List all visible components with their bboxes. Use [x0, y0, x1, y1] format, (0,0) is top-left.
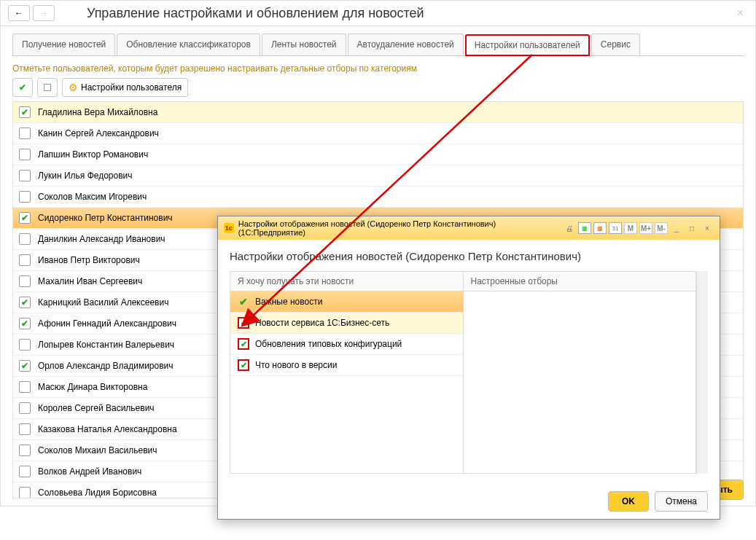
- user-checkbox[interactable]: [19, 402, 31, 414]
- print-icon[interactable]: 🖨: [563, 222, 576, 234]
- check-all-button[interactable]: ✔: [12, 78, 33, 97]
- m-minus-button[interactable]: M-: [655, 222, 668, 234]
- user-name: Афонин Геннадий Александрович: [38, 318, 176, 329]
- cancel-button[interactable]: Отмена: [655, 491, 708, 512]
- checkbox-icon[interactable]: [238, 317, 249, 329]
- gear-icon: ⚙: [69, 82, 78, 93]
- user-checkbox[interactable]: [19, 254, 31, 266]
- dialog-close-icon[interactable]: ×: [701, 222, 714, 234]
- user-checkbox[interactable]: [19, 212, 31, 224]
- tab-service[interactable]: Сервис: [591, 34, 640, 55]
- news-row[interactable]: ✔Важные новости: [230, 291, 463, 313]
- user-checkbox[interactable]: [19, 381, 31, 393]
- news-label: Обновления типовых конфигураций: [255, 339, 402, 349]
- nav-forward-button[interactable]: →: [33, 5, 55, 21]
- user-settings-label: Настройки пользователя: [81, 82, 182, 93]
- user-row[interactable]: Соколов Максим Игоревич: [13, 187, 743, 208]
- user-name: Данилкин Александр Иванович: [38, 234, 165, 244]
- window-title: Управление настройками и обновлением для…: [87, 6, 424, 21]
- user-name: Иванов Петр Викторович: [38, 255, 140, 265]
- news-label: Важные новости: [255, 297, 322, 307]
- news-label: Новости сервиса 1С:Бизнес-сеть: [255, 318, 389, 328]
- user-name: Соловьева Лидия Борисовна: [38, 488, 157, 498]
- uncheck-all-button[interactable]: [37, 78, 58, 97]
- user-name: Масюк Динара Викторовна: [38, 382, 147, 392]
- user-checkbox[interactable]: [19, 360, 31, 372]
- user-checkbox[interactable]: [19, 297, 31, 308]
- user-checkbox[interactable]: [19, 466, 31, 477]
- tab-news-feeds[interactable]: Ленты новостей: [262, 34, 346, 55]
- news-row[interactable]: Обновления типовых конфигураций: [230, 334, 463, 355]
- user-name: Сидоренко Петр Константинович: [38, 213, 173, 223]
- ok-button[interactable]: OK: [608, 491, 649, 512]
- user-name: Лукин Илья Федорович: [38, 171, 133, 181]
- user-checkbox[interactable]: [19, 445, 31, 456]
- user-checkbox[interactable]: [19, 423, 31, 435]
- tab-update-classifiers[interactable]: Обновление классификаторов: [117, 34, 260, 55]
- dialog-heading: Настройки отображения новостей (Сидоренк…: [230, 250, 708, 262]
- user-row[interactable]: Гладилина Вера Михайловна: [13, 102, 743, 123]
- user-checkbox[interactable]: [19, 318, 31, 329]
- checkbox-icon[interactable]: [238, 338, 249, 350]
- user-name: Лопырев Константин Валерьевич: [38, 340, 174, 350]
- dialog-titlebar[interactable]: 1c Настройки отображения новостей (Сидор…: [218, 216, 720, 240]
- user-name: Соколов Максим Игоревич: [38, 192, 147, 202]
- user-checkbox[interactable]: [19, 149, 31, 160]
- dialog-scrollbar[interactable]: [696, 271, 708, 474]
- dialog-column-1: Я хочу получать эти новости: [230, 272, 463, 291]
- tab-auto-delete[interactable]: Автоудаление новостей: [348, 34, 464, 55]
- user-name: Орлов Александр Владимирович: [38, 361, 174, 371]
- user-name: Канин Сергей Александрович: [38, 128, 159, 138]
- user-checkbox[interactable]: [19, 128, 31, 139]
- user-name: Лапшин Виктор Романович: [38, 149, 148, 160]
- user-row[interactable]: Лукин Илья Федорович: [13, 165, 743, 187]
- maximize-icon[interactable]: □: [685, 222, 698, 234]
- tab-receive-news[interactable]: Получение новостей: [12, 34, 115, 55]
- instruction-text: Отметьте пользователей, которым будет ра…: [12, 63, 744, 74]
- news-row[interactable]: Новости сервиса 1С:Бизнес-сеть: [230, 313, 463, 334]
- calendar-icon-1[interactable]: ▦: [578, 222, 591, 234]
- user-checkbox[interactable]: [19, 233, 31, 245]
- tab-user-settings[interactable]: Настройки пользователей: [465, 34, 590, 56]
- user-name: Соколов Михаил Васильевич: [38, 445, 157, 455]
- user-name: Волков Андрей Иванович: [38, 466, 141, 477]
- user-name: Махалин Иван Сергеевич: [38, 276, 142, 286]
- news-row[interactable]: Что нового в версии: [230, 355, 463, 376]
- user-row[interactable]: Лапшин Виктор Романович: [13, 144, 743, 165]
- tab-bar: Получение новостей Обновление классифика…: [12, 34, 744, 56]
- calendar-icon-2[interactable]: ▦: [593, 222, 607, 234]
- user-row[interactable]: Канин Сергей Александрович: [13, 123, 743, 144]
- news-settings-dialog: 1c Настройки отображения новостей (Сидор…: [217, 216, 720, 520]
- calendar-icon-31[interactable]: 31: [609, 222, 622, 234]
- user-checkbox[interactable]: [19, 487, 31, 498]
- user-name: Гладилина Вера Михайловна: [38, 107, 157, 117]
- close-icon[interactable]: ×: [733, 7, 748, 20]
- dialog-title: Настройки отображения новостей (Сидоренк…: [238, 219, 558, 237]
- news-label: Что нового в версии: [255, 360, 337, 370]
- user-name: Карницкий Василий Алексеевич: [38, 297, 168, 308]
- m-plus-button[interactable]: M+: [639, 222, 652, 234]
- user-checkbox[interactable]: [19, 106, 31, 118]
- checkbox-icon[interactable]: [238, 359, 249, 371]
- nav-back-button[interactable]: ←: [8, 5, 30, 21]
- m-button[interactable]: M: [624, 222, 637, 234]
- user-checkbox[interactable]: [19, 339, 31, 351]
- user-checkbox[interactable]: [19, 170, 31, 181]
- user-settings-button[interactable]: ⚙Настройки пользователя: [62, 78, 188, 97]
- minimize-icon[interactable]: _: [670, 222, 683, 234]
- check-icon[interactable]: ✔: [238, 296, 249, 308]
- app-logo-icon: 1c: [224, 223, 234, 233]
- user-name: Казакова Наталья Александровна: [38, 424, 177, 434]
- user-checkbox[interactable]: [19, 275, 31, 287]
- user-name: Королев Сергей Васильевич: [38, 403, 155, 413]
- user-checkbox[interactable]: [19, 191, 31, 203]
- dialog-column-2: Настроенные отборы: [464, 272, 696, 291]
